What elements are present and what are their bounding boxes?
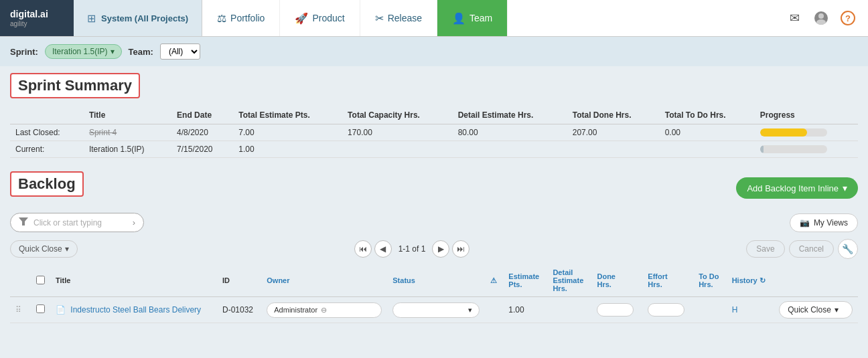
settings-wrench-button[interactable]: 🔧 [838,239,858,259]
nav-release[interactable]: ✂ Release [360,0,437,36]
col-progress: Progress [755,106,858,124]
my-views-button[interactable]: 📷 My Views [790,213,858,232]
release-icon: ✂ [375,12,384,25]
logo-sub: agility [10,20,48,27]
row-title[interactable]: Indestructo Steel Ball Bears Delivery [70,305,201,315]
next-page-button[interactable]: ▶ [432,240,449,258]
main-content: Sprint Summary Title End Date Total Esti… [0,66,868,330]
prev-page-button[interactable]: ◀ [374,240,392,258]
done-hrs-input[interactable] [597,303,634,317]
summary-row: Current: Iteration 1.5(IP) 7/15/2020 1.0… [10,141,858,158]
user-icon[interactable] [811,8,831,28]
col-bl-title: Title [50,264,217,297]
col-bl-status: Status [387,264,484,297]
row-checkbox-cell [31,297,50,323]
col-label-empty [10,106,84,124]
sprint-dropdown[interactable]: Iteration 1.5(IP) ▾ [45,44,122,59]
row-detail-est [547,297,591,323]
nav-team[interactable]: 👤 Team [437,0,508,36]
camera-icon: 📷 [800,218,810,228]
sprint-summary-title: Sprint Summary [18,77,132,94]
quick-close-arrow-icon: ▾ [65,244,69,254]
col-bl-effort: EffortHrs. [642,264,693,297]
drag-handle-icon[interactable]: ⠿ [15,305,21,315]
row-history: H [727,297,774,323]
summary-row-title: Iteration 1.5(IP) [84,141,171,158]
page-info: 1-1 of 1 [394,244,430,254]
summary-row-total-capacity: 170.00 [342,124,453,141]
row-title-cell: 📄 Indestructo Steel Ball Bears Delivery [50,297,217,323]
quick-close-row-button[interactable]: Quick Close ▾ [779,301,853,319]
nav-product-label: Product [312,13,344,23]
backlog-title: Backlog [18,175,76,192]
row-done-hrs [591,297,642,323]
summary-row-end-date: 7/15/2020 [171,141,233,158]
owner-name: Administrator [274,306,317,314]
owner-remove-icon[interactable]: ⊖ [321,306,327,315]
row-type-icon: 📄 [56,305,66,315]
select-all-checkbox[interactable] [36,276,45,284]
summary-row-progress [755,124,858,141]
quick-close-row-label: Quick Close [788,305,831,315]
summary-row-label: Last Closed: [10,124,84,141]
row-estimate: 1.00 [503,297,547,323]
product-icon: 🚀 [295,12,308,25]
summary-row-label: Current: [10,141,84,158]
backlog-filter-input[interactable]: Click or start typing › [10,213,144,232]
nav-portfolio[interactable]: ⚖ Portfolio [202,0,280,36]
filter-funnel-icon [19,217,28,228]
system-icon: ⊞ [87,12,96,25]
row-owner-cell: Administrator ⊖ [261,297,387,323]
pagination-controls: ⏮ ◀ 1-1 of 1 ▶ ⏭ [354,240,470,258]
quick-close-dropdown[interactable]: Quick Close ▾ [10,240,78,258]
backlog-filter-row: Click or start typing › 📷 My Views [10,213,858,232]
team-icon: 👤 [452,12,465,25]
row-checkbox[interactable] [36,304,45,313]
summary-row-total-done: 207.00 [567,124,660,141]
last-page-button[interactable]: ⏭ [452,240,469,258]
save-cancel-area: Save Cancel 🔧 [746,239,858,259]
summary-row-end-date: 4/8/2020 [171,124,233,141]
col-checkbox [31,264,50,297]
summary-row-total-capacity [342,141,453,158]
svg-point-1 [818,13,824,19]
svg-text:?: ? [845,13,851,23]
backlog-table: Title ID Owner Status ⚠ EstimatePts. Det… [10,264,858,323]
col-total-done: Total Done Hrs. [567,106,660,124]
nav-team-label: Team [469,13,492,23]
nav-product[interactable]: 🚀 Product [280,0,360,36]
row-status-cell: ▾ [387,297,484,323]
help-icon[interactable]: ? [838,8,858,28]
backlog-title-header: Backlog [10,171,84,197]
status-dropdown[interactable]: ▾ [392,302,479,318]
filter-arrow-icon: › [133,217,135,228]
nav-release-label: Release [388,13,422,23]
mail-icon[interactable]: ✉ [784,8,804,28]
summary-row-total-todo [660,141,755,158]
team-select[interactable]: (All) [160,43,200,60]
top-nav: digital.ai agility ⊞ System (All Project… [0,0,868,37]
col-bl-history: History ↻ [727,264,774,297]
add-backlog-button[interactable]: Add Backlog Item Inline ▾ [736,177,858,199]
col-end-date: End Date [171,106,233,124]
summary-row-total-estimate: 1.00 [233,141,342,158]
add-backlog-arrow-icon: ▾ [843,183,847,193]
cancel-button[interactable]: Cancel [789,240,834,258]
effort-hrs-input[interactable] [648,303,684,317]
col-bl-detail-est: DetailEstimateHrs. [547,264,591,297]
summary-row: Last Closed: Sprint 4 4/8/2020 7.00 170.… [10,124,858,141]
history-link[interactable]: H [732,305,738,315]
col-drag [10,264,31,297]
row-warning-cell [485,297,504,323]
save-button[interactable]: Save [746,240,784,258]
col-bl-done: DoneHrs. [591,264,642,297]
sprint-value: Iteration 1.5(IP) [52,47,108,56]
first-page-button[interactable]: ⏮ [354,240,372,258]
summary-row-detail-estimate: 80.00 [453,124,567,141]
backlog-row: ⠿ 📄 Indestructo Steel Ball Bears Deliver… [10,297,858,323]
summary-row-progress [755,141,858,158]
svg-marker-5 [19,217,28,226]
nav-system[interactable]: ⊞ System (All Projects) [74,0,202,36]
sprint-summary-table: Title End Date Total Estimate Pts. Total… [10,106,858,158]
row-effort-hrs [642,297,693,323]
